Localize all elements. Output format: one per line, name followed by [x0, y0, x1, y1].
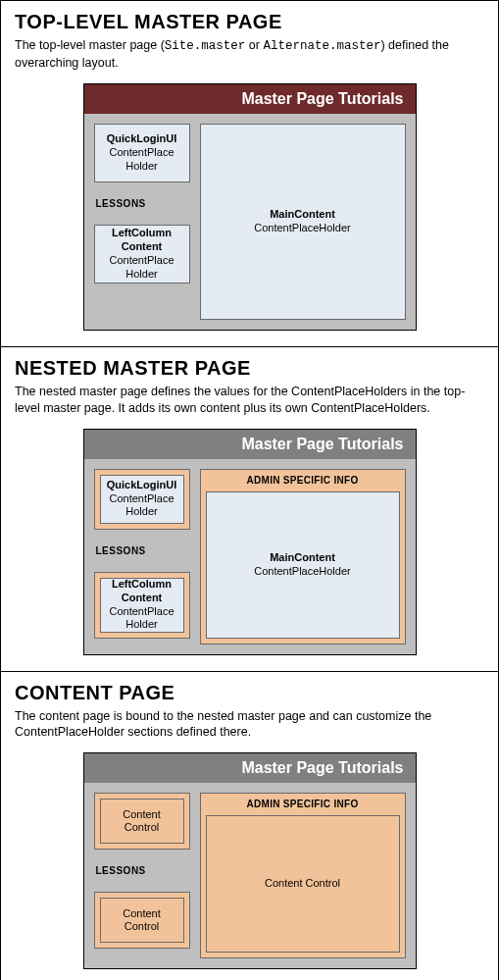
section-title: NESTED MASTER PAGE: [15, 357, 484, 380]
diagram-nested: Master Page Tutorials QuickLoginUI Conte…: [83, 429, 417, 655]
leftcolumn-content-wrap: LeftColumn Content ContentPlace Holder: [94, 572, 190, 639]
quicklogin-placeholder: QuickLoginUI ContentPlace Holder: [94, 124, 190, 182]
diagram-header: Master Page Tutorials: [84, 753, 416, 783]
panel-top-level-master-page: TOP-LEVEL MASTER PAGE The top-level mast…: [0, 0, 499, 347]
admin-specific-info-label: ADMIN SPECIFIC INFO: [206, 475, 400, 491]
maincontent-placeholder: MainContent ContentPlaceHolder: [200, 124, 406, 320]
right-column: ADMIN SPECIFIC INFO Content Control: [200, 793, 406, 958]
lessons-label: LESSONS: [94, 192, 190, 215]
diagram-header: Master Page Tutorials: [84, 430, 416, 459]
diagram-header: Master Page Tutorials: [84, 84, 416, 114]
content-control-wrap-2: Content Control: [94, 892, 190, 949]
section-title: CONTENT PAGE: [15, 682, 484, 704]
quicklogin-placeholder: QuickLoginUI ContentPlace Holder: [100, 475, 184, 524]
quicklogin-content-wrap: QuickLoginUI ContentPlace Holder: [94, 469, 190, 530]
lessons-label: LESSONS: [94, 859, 190, 882]
admin-specific-info-label: ADMIN SPECIFIC INFO: [206, 799, 400, 815]
diagram-body: QuickLoginUI ContentPlace Holder LESSONS…: [84, 459, 416, 654]
section-description: The nested master page defines the value…: [15, 384, 484, 417]
code-site-master: Site.master: [165, 39, 246, 53]
admin-content-wrap: ADMIN SPECIFIC INFO MainContent ContentP…: [200, 469, 406, 645]
content-control-2: Content Control: [100, 898, 184, 943]
left-column: QuickLoginUI ContentPlace Holder LESSONS…: [94, 124, 190, 320]
diagram-body: Content Control LESSONS Content Control …: [84, 783, 416, 968]
panel-nested-master-page: NESTED MASTER PAGE The nested master pag…: [0, 347, 499, 672]
section-description: The top-level master page (Site.master o…: [15, 37, 484, 72]
diagram-top-level: Master Page Tutorials QuickLoginUI Conte…: [83, 83, 417, 331]
section-description: The content page is bound to the nested …: [15, 708, 484, 742]
panel-content-page: CONTENT PAGE The content page is bound t…: [0, 672, 499, 981]
leftcolumn-placeholder: LeftColumn Content ContentPlace Holder: [94, 225, 190, 284]
left-column: QuickLoginUI ContentPlace Holder LESSONS…: [94, 469, 190, 645]
lessons-label: LESSONS: [94, 540, 190, 562]
right-column: ADMIN SPECIFIC INFO MainContent ContentP…: [200, 469, 406, 645]
admin-content-wrap: ADMIN SPECIFIC INFO Content Control: [200, 793, 406, 958]
diagram-body: QuickLoginUI ContentPlace Holder LESSONS…: [84, 114, 416, 330]
left-column: Content Control LESSONS Content Control: [94, 793, 190, 958]
right-column: MainContent ContentPlaceHolder: [200, 124, 406, 320]
content-control-wrap-1: Content Control: [94, 793, 190, 850]
content-control-3: Content Control: [206, 815, 400, 953]
maincontent-placeholder: MainContent ContentPlaceHolder: [206, 491, 400, 639]
diagram-content: Master Page Tutorials Content Control LE…: [83, 752, 417, 969]
leftcolumn-placeholder: LeftColumn Content ContentPlace Holder: [100, 578, 184, 633]
section-title: TOP-LEVEL MASTER PAGE: [15, 11, 484, 33]
content-control-1: Content Control: [100, 799, 184, 844]
code-alternate-master: Alternate.master: [263, 39, 380, 53]
